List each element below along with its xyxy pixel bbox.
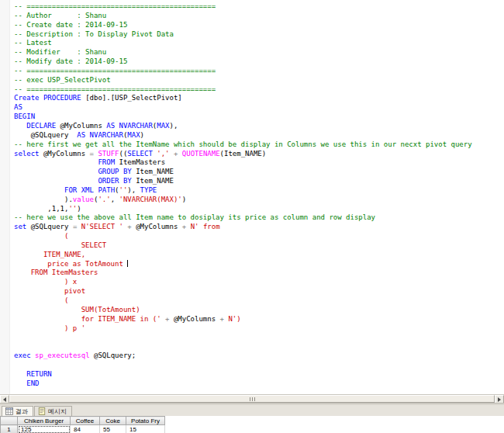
code-line[interactable]: DECLARE @MyColumns AS NVARCHAR(MAX), [14, 122, 472, 131]
code-line[interactable]: -- Modifier : Shanu [14, 48, 472, 57]
grid-cell[interactable]: 15 [126, 425, 165, 433]
code-line[interactable]: ITEM_NAME, [14, 251, 472, 260]
code-line[interactable]: -- here we use the above all Item name t… [14, 213, 472, 223]
results-tab-bar: 결과 메시지 [0, 405, 504, 416]
code-line[interactable]: -- Modify date : 2014-09-15 [14, 57, 472, 67]
results-grid-icon [5, 407, 13, 415]
code-line[interactable]: set @SQLquery = N'SELECT ' + @MyColumns … [14, 223, 472, 232]
tab-messages-label: 메시지 [48, 407, 67, 416]
code-line[interactable] [14, 333, 472, 342]
code-line[interactable]: exec sp_executesql @SQLquery; [14, 352, 472, 361]
code-line[interactable]: RETURN [14, 370, 472, 379]
code-line[interactable]: price as TotAmount [14, 260, 472, 269]
code-line[interactable]: ORDER BY Item_NAME [14, 177, 472, 186]
code-line[interactable] [14, 361, 472, 370]
code-line[interactable]: -- =====================================… [14, 2, 472, 12]
code-line[interactable]: -- Description : To Display Pivot Data [14, 30, 472, 40]
grid-column-header[interactable]: Chiken Burger [18, 417, 71, 425]
code-line[interactable]: -- exec USP_SelectPivot [14, 76, 472, 85]
code-line[interactable]: -- =====================================… [14, 67, 472, 76]
code-line[interactable]: FOR XML PATH(''), TYPE [14, 186, 472, 196]
messages-icon [38, 407, 46, 415]
scrollbar-grip-icon [254, 397, 255, 401]
tab-messages[interactable]: 메시지 [34, 406, 72, 416]
ssms-window: -- =====================================… [0, 0, 504, 433]
scrollbar-grip-icon [252, 397, 253, 401]
grid-cell[interactable]: 125 [18, 425, 71, 433]
text-cursor [127, 260, 128, 267]
code-line[interactable]: ,1,1,'') [14, 205, 472, 214]
results-table: Chiken BurgerCoffeeCokePotato Fry 112584… [0, 416, 165, 433]
code-line[interactable]: FROM ItemMasters [14, 268, 472, 278]
code-line[interactable]: ).value('.', 'NVARCHAR(MAX)') [14, 196, 472, 205]
results-grid: Chiken BurgerCoffeeCokePotato Fry 112584… [0, 416, 504, 433]
code-line[interactable]: -- Latest [14, 39, 472, 48]
code-line[interactable]: -- Create date : 2014-09-15 [14, 21, 472, 30]
code-line[interactable]: @SQLquery AS NVARCHAR(MAX) [14, 131, 472, 140]
code-line[interactable]: FROM ItemMasters [14, 158, 472, 168]
code-line[interactable]: Create PROCEDURE [dbo].[USP_SelectPivot] [14, 94, 472, 103]
code-line[interactable]: ) p ' [14, 324, 472, 334]
code-area[interactable]: -- =====================================… [14, 2, 472, 388]
results-pane: 결과 메시지 Chiken BurgerCoffeeCokePotato Fry [0, 405, 504, 433]
code-line[interactable]: ) x [14, 278, 472, 287]
grid-header-row: Chiken BurgerCoffeeCokePotato Fry [1, 417, 165, 425]
scrollbar-thumb[interactable] [9, 395, 495, 403]
code-line[interactable]: -- =====================================… [14, 85, 472, 95]
code-line[interactable]: GROUP BY Item_NAME [14, 168, 472, 177]
editor-horizontal-scrollbar[interactable] [0, 394, 504, 403]
code-line[interactable]: -- Author : Shanu [14, 12, 472, 21]
code-line[interactable]: BEGIN [14, 113, 472, 122]
code-line[interactable]: pivot [14, 287, 472, 296]
tab-results[interactable]: 결과 [2, 406, 33, 416]
grid-column-header[interactable]: Coke [100, 417, 126, 425]
code-line[interactable]: SELECT [14, 241, 472, 251]
grid-cell[interactable]: 84 [71, 425, 100, 433]
code-line[interactable]: ( [14, 232, 472, 241]
grid-column-header[interactable]: Coffee [71, 417, 100, 425]
scroll-right-arrow-icon [498, 397, 501, 402]
scroll-left-arrow-icon [3, 397, 6, 402]
code-line[interactable]: -- here first we get all the ItemName wh… [14, 140, 472, 150]
scrollbar-track[interactable] [9, 395, 495, 403]
grid-row: 1125845515 [1, 425, 165, 433]
code-line[interactable] [14, 342, 472, 352]
grid-body: 1125845515 [1, 425, 165, 433]
editor-selection-margin [0, 0, 10, 394]
tab-results-label: 결과 [16, 407, 28, 416]
grid-row-header[interactable]: 1 [1, 425, 18, 433]
code-line[interactable]: SUM(TotAmount) [14, 306, 472, 315]
code-line[interactable]: END [14, 379, 472, 389]
grid-column-header[interactable]: Potato Fry [126, 417, 165, 425]
code-line[interactable]: select @MyColumns = STUFF((SELECT ',' + … [14, 150, 472, 159]
sql-query-editor[interactable]: -- =====================================… [0, 0, 504, 394]
grid-corner-cell[interactable] [1, 417, 18, 425]
code-line[interactable]: ( [14, 296, 472, 306]
grid-cell[interactable]: 55 [100, 425, 126, 433]
code-line[interactable]: AS [14, 103, 472, 113]
code-line[interactable]: for ITEM_NAME in (' + @MyColumns + N') [14, 315, 472, 324]
scrollbar-grip-icon [250, 397, 250, 401]
